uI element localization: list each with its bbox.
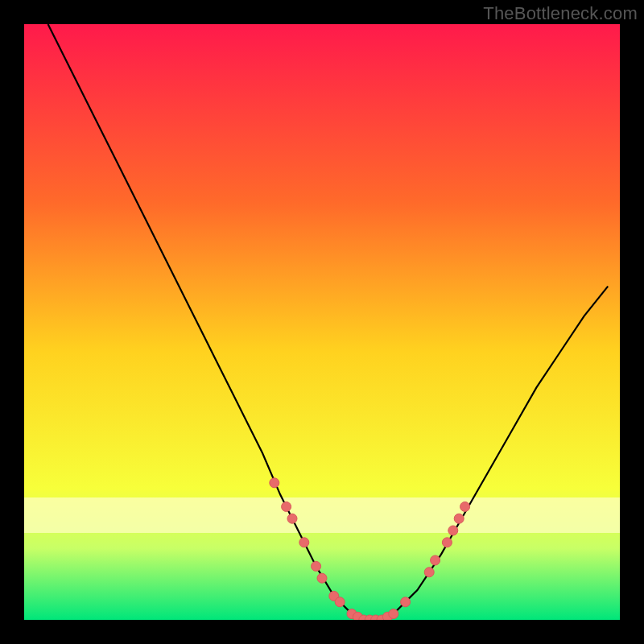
data-marker [299, 538, 309, 547]
data-marker [282, 502, 291, 511]
data-marker [287, 514, 297, 523]
watermark-text: TheBottleneck.com [483, 3, 638, 24]
data-marker [335, 597, 345, 607]
data-marker [431, 555, 440, 565]
chart-frame [24, 24, 620, 620]
data-marker [312, 561, 321, 571]
bottleneck-chart [24, 24, 620, 620]
data-marker [424, 568, 434, 577]
data-marker [448, 526, 458, 535]
data-marker [401, 597, 411, 607]
data-marker [442, 538, 452, 547]
data-marker [460, 502, 470, 511]
data-marker [270, 478, 279, 488]
data-marker [454, 514, 464, 523]
highlight-band [24, 497, 620, 533]
data-marker [389, 609, 398, 619]
data-marker [317, 573, 327, 583]
